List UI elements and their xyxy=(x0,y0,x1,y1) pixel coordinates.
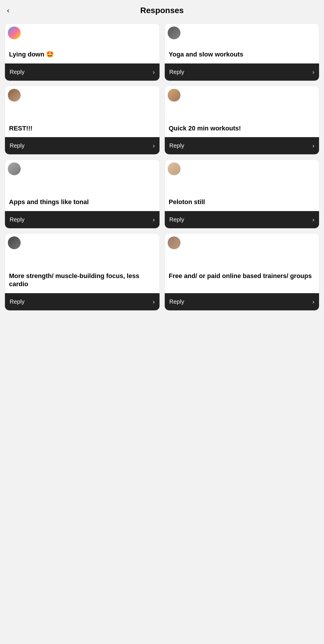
avatar xyxy=(168,236,180,249)
avatar xyxy=(8,26,21,39)
reply-label: Reply xyxy=(169,69,184,75)
avatar xyxy=(8,89,21,102)
response-card: REST!!!Reply› xyxy=(5,86,160,155)
response-card: Free and/ or paid online based trainers/… xyxy=(164,233,320,311)
avatar xyxy=(168,89,180,102)
card-response-text: REST!!! xyxy=(9,124,33,133)
card-image-area xyxy=(165,24,319,47)
card-image-area xyxy=(165,86,319,121)
avatar xyxy=(8,236,21,249)
chevron-right-icon: › xyxy=(312,142,314,149)
page-title: Responses xyxy=(140,6,184,15)
reply-label: Reply xyxy=(169,298,184,305)
card-content: More strength/ muscle-building focus, le… xyxy=(5,268,160,293)
card-content: Quick 20 min workouts! xyxy=(165,121,319,137)
card-image-area xyxy=(5,233,160,268)
chevron-right-icon: › xyxy=(153,216,155,223)
card-content: Apps and things like tonal xyxy=(5,194,160,211)
reply-button[interactable]: Reply› xyxy=(5,293,160,310)
card-image-area xyxy=(5,24,160,47)
card-image-area xyxy=(165,233,319,268)
card-response-text: Lying down 🤩 xyxy=(9,50,54,59)
response-grid: Lying down 🤩Reply›Yoga and slow workouts… xyxy=(0,21,324,320)
card-image-area xyxy=(5,86,160,121)
card-response-text: Apps and things like tonal xyxy=(9,198,89,206)
reply-button[interactable]: Reply› xyxy=(165,293,319,310)
response-card: Yoga and slow workoutsReply› xyxy=(164,23,320,81)
reply-button[interactable]: Reply› xyxy=(5,211,160,228)
response-card: Lying down 🤩Reply› xyxy=(5,23,160,81)
avatar xyxy=(168,26,180,39)
page-container: ‹ Responses Lying down 🤩Reply›Yoga and s… xyxy=(0,0,324,320)
reply-button[interactable]: Reply› xyxy=(5,63,160,81)
reply-label: Reply xyxy=(10,142,24,149)
response-card: Quick 20 min workouts!Reply› xyxy=(164,86,320,155)
back-icon: ‹ xyxy=(7,6,9,14)
card-content: REST!!! xyxy=(5,121,160,137)
chevron-right-icon: › xyxy=(153,142,155,149)
response-card: Peloton stillReply› xyxy=(164,159,320,229)
reply-label: Reply xyxy=(169,142,184,149)
card-content: Lying down 🤩 xyxy=(5,47,160,63)
response-card: Apps and things like tonalReply› xyxy=(5,159,160,229)
chevron-right-icon: › xyxy=(312,69,314,75)
card-response-text: Yoga and slow workouts xyxy=(169,50,243,59)
avatar xyxy=(8,162,21,175)
chevron-right-icon: › xyxy=(153,69,155,75)
reply-label: Reply xyxy=(10,298,24,305)
avatar xyxy=(168,162,180,175)
reply-label: Reply xyxy=(169,216,184,223)
card-image-area xyxy=(165,160,319,194)
card-content: Peloton still xyxy=(165,194,319,211)
chevron-right-icon: › xyxy=(312,298,314,305)
reply-button[interactable]: Reply› xyxy=(165,63,319,81)
card-response-text: Quick 20 min workouts! xyxy=(169,124,241,133)
reply-button[interactable]: Reply› xyxy=(5,137,160,154)
reply-button[interactable]: Reply› xyxy=(165,211,319,228)
header: ‹ Responses xyxy=(0,0,324,21)
card-response-text: Free and/ or paid online based trainers/… xyxy=(169,272,312,280)
card-image-area xyxy=(5,160,160,194)
back-button[interactable]: ‹ xyxy=(5,4,12,17)
card-response-text: Peloton still xyxy=(169,198,205,206)
chevron-right-icon: › xyxy=(312,216,314,223)
response-card: More strength/ muscle-building focus, le… xyxy=(5,233,160,311)
chevron-right-icon: › xyxy=(153,298,155,305)
reply-button[interactable]: Reply› xyxy=(165,137,319,154)
card-content: Free and/ or paid online based trainers/… xyxy=(165,268,319,293)
card-content: Yoga and slow workouts xyxy=(165,47,319,63)
reply-label: Reply xyxy=(10,216,24,223)
reply-label: Reply xyxy=(10,69,24,75)
card-response-text: More strength/ muscle-building focus, le… xyxy=(9,272,155,289)
